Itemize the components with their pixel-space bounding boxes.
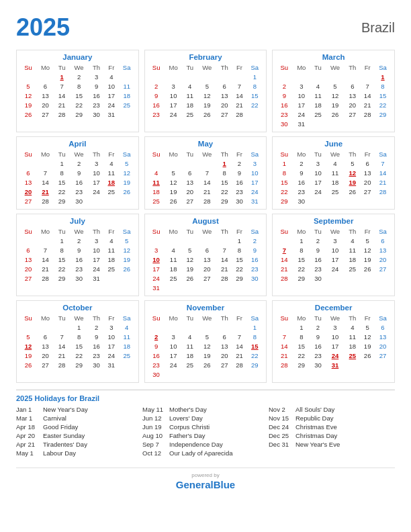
cal-day: 19 <box>360 255 375 264</box>
holidays-section: 2025 Holidays for Brazil Jan 1New Year's… <box>16 390 395 458</box>
cal-day: 26 <box>20 360 36 369</box>
holiday-date: May 1 <box>16 449 39 457</box>
cal-day: 4 <box>104 159 119 168</box>
cal-day: 22 <box>292 264 310 273</box>
cal-day <box>183 159 197 168</box>
cal-day <box>375 119 391 128</box>
cal-day: 3 <box>292 81 310 91</box>
cal-day <box>197 283 217 292</box>
cal-day: 26 <box>165 196 183 206</box>
cal-day: 5 <box>119 236 135 245</box>
cal-day: 18 <box>165 264 183 273</box>
cal-day: 28 <box>36 273 54 283</box>
cal-day: 19 <box>360 341 375 351</box>
cal-day: 27 <box>36 109 54 119</box>
cal-table: SuMoTuWeThFrSa12345678910111213141516171… <box>148 227 263 292</box>
cal-day: 22 <box>246 100 263 109</box>
cal-day: 25 <box>345 351 360 360</box>
cal-day <box>165 283 183 292</box>
month-title: November <box>148 304 263 312</box>
month-block-august: AugustSuMoTuWeThFrSa12345678910111213141… <box>144 214 267 296</box>
cal-day <box>345 360 360 369</box>
cal-day: 4 <box>104 72 119 81</box>
cal-day: 14 <box>217 255 232 264</box>
cal-day: 12 <box>165 177 183 187</box>
cal-day: 11 <box>148 177 165 187</box>
cal-day: 12 <box>197 91 217 100</box>
cal-day: 26 <box>183 273 197 283</box>
cal-day: 30 <box>232 196 247 206</box>
cal-day <box>246 109 263 119</box>
cal-day: 29 <box>217 196 232 206</box>
cal-day: 6 <box>375 322 391 332</box>
holiday-date: Dec 31 <box>269 441 291 448</box>
cal-day: 7 <box>36 168 54 177</box>
cal-day <box>217 322 232 332</box>
cal-day: 25 <box>104 264 119 273</box>
cal-day: 11 <box>325 168 345 177</box>
cal-day <box>119 273 135 283</box>
cal-day <box>148 322 165 332</box>
holiday-date: Jun 12 <box>142 414 165 422</box>
cal-day <box>345 119 360 128</box>
cal-day: 31 <box>325 360 345 369</box>
cal-day: 27 <box>375 264 391 273</box>
cal-day: 21 <box>375 177 391 187</box>
cal-day: 27 <box>36 360 54 369</box>
holiday-name: Easter Sunday <box>43 432 85 439</box>
cal-day: 9 <box>89 81 104 91</box>
cal-day <box>360 72 375 81</box>
cal-day: 29 <box>276 196 292 206</box>
cal-day: 21 <box>217 264 232 273</box>
cal-day: 11 <box>165 255 183 264</box>
cal-day: 11 <box>310 91 325 100</box>
cal-day: 24 <box>246 187 263 196</box>
cal-day: 24 <box>104 351 119 360</box>
cal-day: 26 <box>119 264 135 273</box>
cal-day: 7 <box>360 81 375 91</box>
cal-day: 30 <box>276 119 292 128</box>
cal-day <box>197 369 217 379</box>
cal-day: 27 <box>375 351 391 360</box>
cal-day: 3 <box>148 245 165 255</box>
month-title: March <box>276 53 391 61</box>
cal-day: 27 <box>183 196 197 206</box>
cal-day: 6 <box>20 245 36 255</box>
holiday-name: Mother's Day <box>169 406 207 413</box>
cal-day <box>345 196 360 206</box>
holiday-name: All Souls' Day <box>295 406 334 413</box>
cal-day: 7 <box>232 332 247 341</box>
holiday-name: Independence Day <box>169 441 223 448</box>
cal-day <box>325 196 345 206</box>
cal-day: 10 <box>246 168 263 177</box>
cal-day <box>148 236 165 245</box>
cal-day: 23 <box>89 100 104 109</box>
cal-day: 23 <box>232 187 247 196</box>
cal-day: 23 <box>69 264 89 273</box>
cal-day: 3 <box>89 72 104 81</box>
cal-table: SuMoTuWeThFrSa12345678910111213141516171… <box>148 150 263 206</box>
cal-day: 22 <box>246 351 263 360</box>
cal-day: 21 <box>276 351 292 360</box>
cal-day: 31 <box>246 196 263 206</box>
cal-day: 8 <box>246 332 263 341</box>
cal-day: 14 <box>36 255 54 264</box>
holiday-date: Apr 21 <box>16 441 39 448</box>
brand-blue: Blue <box>214 479 236 490</box>
cal-day: 12 <box>345 168 360 177</box>
cal-day <box>217 369 232 379</box>
month-title: July <box>20 217 135 225</box>
month-title: February <box>148 53 263 61</box>
month-block-february: FebruarySuMoTuWeThFrSa123456789101112131… <box>144 50 267 132</box>
cal-day: 6 <box>36 81 54 91</box>
cal-day: 21 <box>54 351 69 360</box>
month-title: June <box>276 140 391 148</box>
cal-day: 8 <box>292 245 310 255</box>
cal-day: 22 <box>54 264 69 273</box>
cal-day <box>36 322 54 332</box>
cal-table: SuMoTuWeThFrSa12345678910111213141516171… <box>276 63 391 128</box>
cal-day: 19 <box>119 177 135 187</box>
calendar-grid: JanuarySuMoTuWeThFrSa1234567891011121314… <box>16 50 395 383</box>
cal-day: 23 <box>292 187 310 196</box>
holiday-row: Jun 12Lovers' Day <box>142 414 269 422</box>
